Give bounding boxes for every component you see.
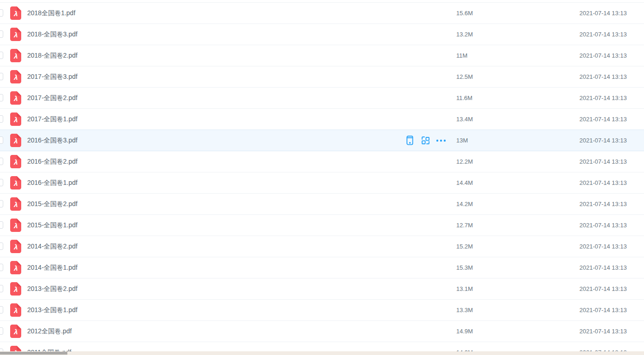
svg-text:λ: λ bbox=[13, 243, 18, 251]
file-name-link[interactable]: 2017-全国卷2.pdf bbox=[27, 88, 78, 108]
file-size: 11.6M bbox=[456, 88, 472, 108]
pdf-file-icon: λ bbox=[10, 134, 21, 147]
file-modified-date: 2021-07-14 13:13 bbox=[579, 3, 627, 24]
pdf-file-icon: λ bbox=[10, 112, 21, 126]
file-size: 14.9M bbox=[456, 321, 473, 342]
svg-text:λ: λ bbox=[13, 264, 18, 272]
file-row[interactable]: λ 2015-全国卷1.pdf bbox=[0, 215, 644, 236]
row-checkbox[interactable] bbox=[0, 264, 3, 271]
file-size: 14.4M bbox=[456, 172, 473, 193]
file-modified-date: 2021-07-14 13:13 bbox=[579, 236, 627, 257]
file-size: 15.3M bbox=[456, 257, 473, 278]
file-row[interactable]: λ 2016-全国卷3.pdf bbox=[0, 130, 644, 151]
row-hover-actions bbox=[405, 130, 446, 151]
row-checkbox[interactable] bbox=[0, 115, 3, 123]
more-icon[interactable] bbox=[436, 136, 446, 146]
phone-icon[interactable] bbox=[405, 136, 415, 146]
row-checkbox[interactable] bbox=[0, 221, 3, 229]
pdf-file-icon: λ bbox=[10, 6, 21, 20]
svg-text:λ: λ bbox=[13, 52, 18, 60]
file-name-link[interactable]: 2015-全国卷2.pdf bbox=[27, 194, 78, 214]
file-modified-date: 2021-07-14 13:13 bbox=[579, 66, 627, 87]
file-name-link[interactable]: 2013-全国卷2.pdf bbox=[27, 278, 78, 299]
horizontal-scrollbar[interactable] bbox=[0, 351, 644, 355]
row-checkbox[interactable] bbox=[0, 52, 3, 59]
file-name-link[interactable]: 2017-全国卷3.pdf bbox=[27, 66, 78, 87]
svg-text:λ: λ bbox=[13, 158, 18, 166]
file-size: 13.3M bbox=[456, 300, 473, 320]
file-name-link[interactable]: 2016-全国卷1.pdf bbox=[27, 172, 78, 193]
file-size: 15.2M bbox=[456, 236, 473, 257]
file-row[interactable]: λ 2017-全国卷2.pdf bbox=[0, 88, 644, 109]
svg-text:λ: λ bbox=[13, 328, 18, 336]
file-row[interactable]: λ 2013-全国卷2.pdf bbox=[0, 278, 644, 300]
file-row[interactable]: λ 2016-全国卷1.pdf bbox=[0, 172, 644, 194]
horizontal-scrollbar-thumb[interactable] bbox=[0, 352, 67, 355]
file-row[interactable]: λ 2017-全国卷1.pdf bbox=[0, 109, 644, 130]
pdf-file-icon: λ bbox=[10, 197, 21, 211]
svg-text:λ: λ bbox=[13, 116, 18, 124]
file-size: 13M bbox=[456, 130, 468, 151]
file-row[interactable]: λ 2018-全国卷3.pdf bbox=[0, 24, 644, 45]
pdf-file-icon: λ bbox=[10, 282, 21, 296]
file-modified-date: 2021-07-14 13:13 bbox=[579, 215, 627, 236]
file-name-link[interactable]: 2016-全国卷3.pdf bbox=[27, 130, 78, 151]
file-size: 12.7M bbox=[456, 215, 473, 236]
file-row[interactable]: λ 2014-全国卷2.pdf bbox=[0, 236, 644, 257]
file-modified-date: 2021-07-14 13:13 bbox=[579, 151, 627, 172]
svg-text:λ: λ bbox=[13, 10, 18, 18]
pdf-file-icon: λ bbox=[10, 28, 21, 41]
row-checkbox[interactable] bbox=[0, 285, 3, 292]
file-name-link[interactable]: 2013-全国卷1.pdf bbox=[27, 300, 78, 320]
file-modified-date: 2021-07-14 13:13 bbox=[579, 172, 627, 193]
file-name-link[interactable]: 2018全国卷1.pdf bbox=[27, 3, 75, 24]
file-name-link[interactable]: 2018-全国卷3.pdf bbox=[27, 24, 78, 45]
row-checkbox[interactable] bbox=[0, 243, 3, 250]
file-name-link[interactable]: 2014-全国卷2.pdf bbox=[27, 236, 78, 257]
row-checkbox[interactable] bbox=[0, 200, 3, 207]
pdf-file-icon: λ bbox=[10, 155, 21, 168]
file-modified-date: 2021-07-14 13:13 bbox=[579, 109, 627, 130]
file-row[interactable]: λ 2014-全国卷1.pdf bbox=[0, 257, 644, 278]
file-name-link[interactable]: 2012全国卷.pdf bbox=[27, 321, 72, 342]
row-checkbox[interactable] bbox=[0, 94, 3, 101]
file-modified-date: 2021-07-14 13:13 bbox=[579, 194, 627, 214]
svg-text:λ: λ bbox=[13, 95, 18, 102]
file-name-link[interactable]: 2016-全国卷2.pdf bbox=[27, 151, 78, 172]
file-size: 11M bbox=[456, 45, 467, 66]
row-checkbox[interactable] bbox=[0, 179, 3, 186]
file-row[interactable]: λ 2017-全国卷3.pdf bbox=[0, 66, 644, 88]
pdf-file-icon: λ bbox=[10, 49, 21, 62]
file-modified-date: 2021-07-14 13:13 bbox=[579, 300, 627, 320]
row-checkbox[interactable] bbox=[0, 30, 3, 38]
file-row[interactable]: λ 2018全国卷1.pdf bbox=[0, 3, 644, 24]
file-row[interactable]: λ 2016-全国卷2.pdf bbox=[0, 151, 644, 172]
row-checkbox[interactable] bbox=[0, 73, 3, 80]
row-checkbox[interactable] bbox=[0, 158, 3, 165]
pdf-file-icon: λ bbox=[10, 303, 21, 317]
file-name-link[interactable]: 2015-全国卷1.pdf bbox=[27, 215, 78, 236]
row-checkbox[interactable] bbox=[0, 306, 3, 314]
row-checkbox[interactable] bbox=[0, 136, 3, 144]
transfer-icon[interactable] bbox=[420, 136, 430, 146]
svg-text:λ: λ bbox=[13, 31, 18, 39]
file-name-link[interactable]: 2018-全国卷2.pdf bbox=[27, 45, 78, 66]
svg-text:λ: λ bbox=[13, 179, 18, 187]
svg-text:λ: λ bbox=[13, 137, 18, 145]
file-modified-date: 2021-07-14 13:13 bbox=[579, 24, 627, 45]
file-row[interactable]: λ 2015-全国卷2.pdf bbox=[0, 194, 644, 215]
row-checkbox[interactable] bbox=[0, 327, 3, 335]
file-row[interactable]: λ 2013-全国卷1.pdf bbox=[0, 300, 644, 321]
file-row[interactable]: λ 2018-全国卷2.pdf bbox=[0, 45, 644, 66]
file-name-link[interactable]: 2014-全国卷1.pdf bbox=[27, 257, 78, 278]
file-size: 12.5M bbox=[456, 66, 473, 87]
svg-text:λ: λ bbox=[13, 73, 18, 81]
file-modified-date: 2021-07-14 13:13 bbox=[579, 321, 627, 342]
file-row[interactable]: λ 2012全国卷.pdf bbox=[0, 321, 644, 342]
file-modified-date: 2021-07-14 13:13 bbox=[579, 45, 627, 66]
pdf-file-icon: λ bbox=[10, 261, 21, 274]
row-checkbox[interactable] bbox=[0, 9, 3, 17]
svg-text:λ: λ bbox=[13, 201, 18, 208]
file-name-link[interactable]: 2017-全国卷1.pdf bbox=[27, 109, 78, 130]
file-size: 13.2M bbox=[456, 24, 473, 45]
